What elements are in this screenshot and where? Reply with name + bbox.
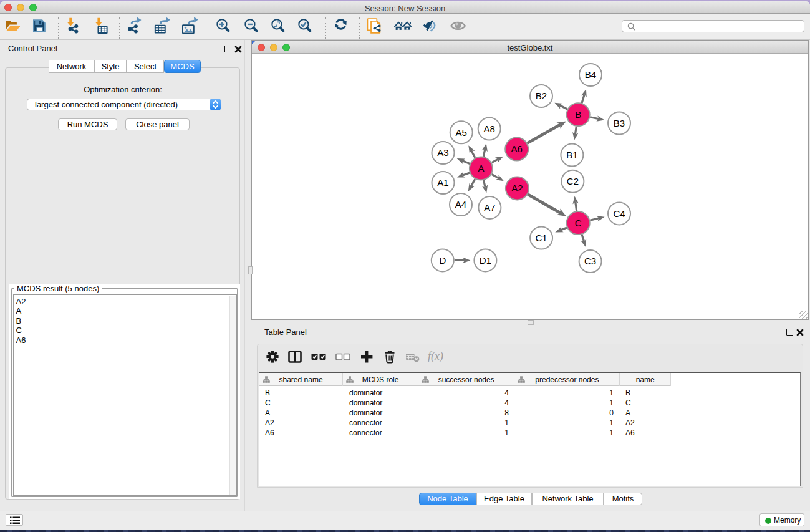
svg-text:B: B [575,109,581,120]
svg-text:A6: A6 [511,143,523,154]
svg-text:B2: B2 [536,90,547,101]
svg-text:A5: A5 [456,127,467,138]
svg-text:B3: B3 [614,118,625,128]
svg-text:C3: C3 [584,256,596,266]
svg-text:D: D [439,255,446,266]
svg-text:C1: C1 [536,233,547,243]
svg-text:A1: A1 [437,177,448,188]
svg-text:B1: B1 [566,150,577,160]
svg-text:A8: A8 [484,123,495,134]
svg-text:C: C [575,218,582,228]
svg-text:A7: A7 [484,202,495,213]
svg-text:B4: B4 [585,69,596,80]
svg-text:A4: A4 [455,199,466,210]
svg-text:D1: D1 [480,255,491,266]
svg-text:C4: C4 [613,208,625,219]
svg-text:A3: A3 [437,147,448,158]
svg-text:A2: A2 [511,183,523,193]
svg-text:C2: C2 [567,176,579,186]
svg-text:A: A [478,163,484,173]
